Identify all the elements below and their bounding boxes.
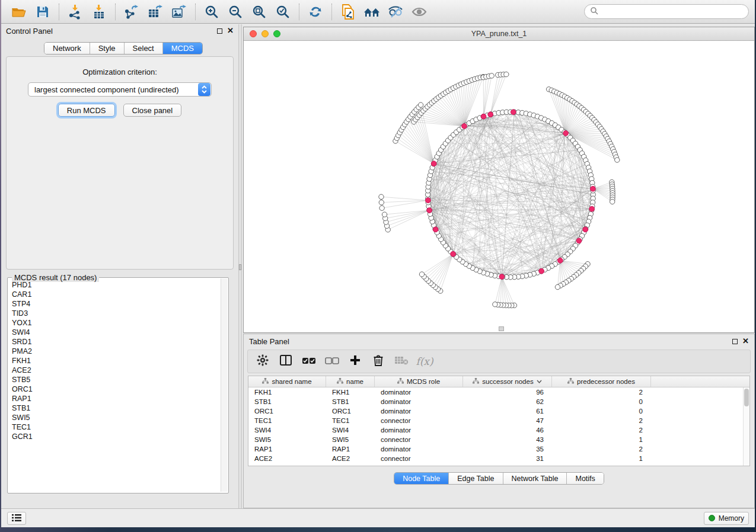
table-scrollbar-thumb[interactable]: [744, 389, 749, 406]
table-row[interactable]: FKH1FKH1dominator962: [248, 387, 749, 397]
table-cell[interactable]: dominator: [375, 387, 463, 397]
tab-edge-table[interactable]: Edge Table: [449, 473, 503, 484]
table-cell[interactable]: 2: [552, 387, 651, 397]
table-cell[interactable]: [651, 425, 749, 435]
zoom-fit-button[interactable]: [247, 2, 271, 22]
column-header-successor-nodes[interactable]: successor nodes: [463, 376, 552, 387]
import-network-button[interactable]: [63, 2, 87, 22]
hide-network-button[interactable]: [384, 2, 407, 22]
close-window-icon[interactable]: [250, 30, 257, 37]
table-cell[interactable]: connector: [375, 416, 463, 425]
tab-network[interactable]: Network: [44, 43, 90, 54]
table-cell[interactable]: dominator: [375, 397, 463, 406]
mcds-result-item[interactable]: ACE2: [9, 366, 220, 375]
show-network-button[interactable]: [407, 2, 431, 22]
table-cell[interactable]: dominator: [375, 406, 463, 416]
table-cell[interactable]: [651, 454, 749, 463]
zoom-out-button[interactable]: [224, 2, 247, 22]
table-cell[interactable]: 1: [552, 454, 651, 463]
table-cell[interactable]: 1: [552, 463, 651, 466]
save-session-button[interactable]: [31, 2, 55, 22]
mcds-result-item[interactable]: RAP1: [9, 394, 220, 403]
table-cell[interactable]: connector: [375, 463, 463, 466]
table-cell[interactable]: STB1: [326, 397, 375, 406]
table-cell[interactable]: [651, 387, 749, 397]
table-cell[interactable]: dominator: [375, 444, 463, 454]
tab-select[interactable]: Select: [125, 43, 163, 54]
table-cell[interactable]: [651, 406, 749, 416]
tab-node-table[interactable]: Node Table: [394, 473, 449, 484]
table-cell[interactable]: SWI5: [326, 435, 375, 444]
table-cell[interactable]: connector: [375, 454, 463, 463]
table-row[interactable]: ACE2ACE2connector311: [248, 454, 749, 463]
table-cell[interactable]: RAP1: [326, 444, 375, 454]
mcds-result-item[interactable]: STP4: [9, 299, 220, 309]
tab-network-table[interactable]: Network Table: [503, 473, 567, 484]
memory-button[interactable]: Memory: [704, 512, 749, 525]
table-scrollbar[interactable]: [743, 387, 749, 466]
table-cell[interactable]: connector: [375, 435, 463, 444]
zoom-selected-button[interactable]: [271, 2, 295, 22]
export-network-button[interactable]: [120, 2, 143, 22]
table-row[interactable]: YOX1YOX1connector291: [248, 463, 749, 466]
table-cell[interactable]: 2: [552, 425, 651, 435]
table-cell[interactable]: ACE2: [326, 454, 375, 463]
table-cell[interactable]: [651, 416, 749, 425]
table-cell[interactable]: ORC1: [326, 406, 375, 416]
vertical-splitter[interactable]: [238, 24, 242, 508]
table-cell[interactable]: FKH1: [326, 387, 375, 397]
splitter-handle[interactable]: [239, 264, 241, 270]
close-panel-icon[interactable]: ✕: [227, 28, 234, 34]
table-cell[interactable]: RAP1: [248, 444, 326, 454]
clone-network-button[interactable]: [336, 2, 360, 22]
task-history-button[interactable]: [7, 512, 26, 525]
mcds-result-item[interactable]: STB5: [9, 375, 220, 384]
mcds-result-item[interactable]: ORC1: [9, 384, 220, 394]
table-cell[interactable]: 47: [463, 416, 552, 425]
mcds-result-item[interactable]: YOX1: [9, 318, 220, 328]
table-cell[interactable]: [651, 435, 749, 444]
table-cell[interactable]: TEC1: [248, 416, 326, 425]
delete-column-button[interactable]: [369, 352, 387, 370]
horizontal-splitter-handle[interactable]: [499, 326, 504, 331]
table-cell[interactable]: FKH1: [248, 387, 326, 397]
table-cell[interactable]: SWI4: [248, 425, 326, 435]
tab-style[interactable]: Style: [90, 43, 125, 54]
table-cell[interactable]: [651, 463, 749, 466]
select-all-button[interactable]: [300, 352, 318, 370]
mcds-result-item[interactable]: STB1: [9, 403, 220, 413]
mcds-result-item[interactable]: PMA2: [9, 347, 220, 356]
table-cell[interactable]: dominator: [375, 425, 463, 435]
table-row[interactable]: STB1STB1dominator620: [248, 397, 749, 406]
table-cell[interactable]: 46: [463, 425, 552, 435]
table-row[interactable]: TEC1TEC1connector472: [248, 416, 749, 425]
export-image-button[interactable]: [167, 2, 191, 22]
table-row[interactable]: ORC1ORC1dominator610: [248, 406, 749, 416]
table-cell[interactable]: YOX1: [326, 463, 375, 466]
table-cell[interactable]: 62: [463, 397, 552, 406]
table-cell[interactable]: 0: [552, 406, 651, 416]
column-header-shared-name[interactable]: shared name: [248, 376, 326, 387]
deselect-all-button[interactable]: [323, 352, 341, 370]
table-cell[interactable]: [651, 397, 749, 406]
float-table-panel-icon[interactable]: [732, 339, 738, 344]
criterion-select[interactable]: largest connected component (undirected): [28, 82, 212, 97]
table-settings-button[interactable]: [254, 352, 272, 370]
column-header-name[interactable]: name: [326, 376, 375, 387]
table-cell[interactable]: SWI4: [326, 425, 375, 435]
table-cell[interactable]: 29: [463, 463, 552, 466]
maximize-window-icon[interactable]: [273, 30, 280, 37]
network-graph[interactable]: [244, 41, 754, 332]
close-table-panel-icon[interactable]: ✕: [742, 338, 749, 344]
column-header-predecessor-nodes[interactable]: predecessor nodes: [552, 376, 651, 387]
table-cell[interactable]: 1: [552, 435, 651, 444]
mcds-result-item[interactable]: TEC1: [9, 422, 220, 432]
table-cell[interactable]: YOX1: [248, 463, 326, 466]
mcds-result-scrollbar[interactable]: [221, 278, 228, 492]
table-cell[interactable]: 31: [463, 454, 552, 463]
mcds-result-item[interactable]: CAR1: [9, 290, 220, 299]
mcds-result-list[interactable]: PHD1CAR1STP4TID3YOX1SWI4SRD1PMA2FKH1ACE2…: [9, 280, 220, 492]
table-row[interactable]: SWI5SWI5connector431: [248, 435, 749, 444]
table-cell[interactable]: ORC1: [248, 406, 326, 416]
create-column-button[interactable]: [346, 352, 364, 370]
